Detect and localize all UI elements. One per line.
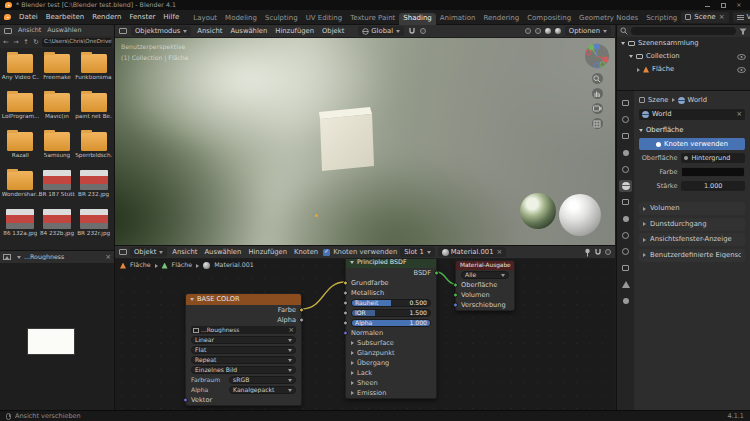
panel-volume[interactable]: Volumen — [639, 202, 745, 215]
bsdf-output-socket[interactable] — [434, 271, 439, 276]
image-editor-icon[interactable] — [3, 254, 11, 260]
snap-magnet-icon[interactable] — [408, 27, 416, 36]
pin-icon[interactable] — [584, 248, 591, 257]
roughness-input-socket[interactable] — [343, 301, 348, 306]
fb-menu-auswaehlen[interactable]: Auswählen — [47, 27, 81, 33]
material-unlink-icon[interactable]: × — [497, 249, 503, 256]
file-item[interactable]: Any Video C... — [2, 51, 39, 90]
ior-slider[interactable]: IOR1.500 — [351, 309, 431, 317]
tab-output[interactable] — [619, 130, 632, 142]
interpolation-dropdown[interactable]: Linear — [191, 336, 296, 344]
colorspace-dropdown[interactable]: sRGB — [229, 376, 296, 384]
file-item[interactable]: BR 232r.jpg — [75, 207, 112, 246]
file-item[interactable]: Wondershar... — [2, 168, 39, 207]
outliner-row-flaeche[interactable]: Fläche — [617, 63, 750, 76]
snap-magnet-icon[interactable] — [594, 248, 602, 257]
tab-render[interactable] — [619, 114, 632, 126]
unlink-image-icon[interactable]: × — [105, 254, 111, 261]
alpha-slider[interactable]: Alpha1.000 — [351, 319, 431, 327]
world-datablock[interactable]: World × — [639, 109, 745, 120]
tab-scene[interactable] — [619, 163, 632, 175]
viewport-canvas[interactable]: Benutzerperspektive (1) Collection | Flä… — [115, 38, 615, 245]
image-name[interactable]: ...Roughness — [24, 254, 102, 260]
projection-dropdown[interactable]: Flat — [191, 346, 296, 354]
target-dropdown[interactable]: Alle — [461, 271, 509, 279]
workspace-tab-animation[interactable]: Animation — [436, 13, 480, 25]
workspace-tab-layout[interactable]: Layout — [189, 13, 221, 25]
metallic-input-socket[interactable] — [343, 291, 348, 296]
surface-input-socket[interactable] — [453, 283, 458, 288]
viewlayer-selector[interactable]: ViewLayer — [733, 12, 750, 23]
file-item[interactable]: 84 232b.jpg — [39, 207, 76, 246]
volume-input-socket[interactable] — [453, 293, 458, 298]
extension-dropdown[interactable]: Repeat — [191, 356, 296, 364]
cube-object[interactable] — [310, 103, 380, 178]
se-menu-auswaehlen[interactable]: Auswählen — [202, 249, 243, 256]
scene-selector[interactable]: Scene × — [681, 12, 728, 23]
alpha-input-socket[interactable] — [343, 321, 348, 326]
base-color-input-socket[interactable] — [343, 281, 348, 286]
search-icon[interactable] — [620, 27, 628, 35]
se-menu-hinzufuegen[interactable]: Hinzufügen — [246, 249, 289, 256]
use-nodes-button[interactable]: Knoten verwenden — [639, 138, 745, 150]
workspace-tab-scripting[interactable]: Scripting — [642, 13, 681, 25]
workspace-tab-compositing[interactable]: Compositing — [523, 13, 575, 25]
image-texture-node[interactable]: BASE COLOR Farbe Alpha ...Roughness × Li… — [185, 293, 302, 406]
workspace-tab-geometry-nodes[interactable]: Geometry Nodes — [575, 13, 642, 25]
zoom-gizmo-icon[interactable] — [592, 73, 603, 84]
menu-rendern[interactable]: Rendern — [88, 12, 125, 23]
shading-solid-icon[interactable] — [535, 28, 541, 34]
workspace-tab-rendering[interactable]: Rendering — [479, 13, 523, 25]
mode-selector[interactable]: Objektmodus — [131, 26, 191, 36]
expand-icon[interactable] — [637, 68, 640, 72]
tab-tool[interactable] — [619, 97, 632, 109]
overlays-toggle-icon[interactable] — [605, 249, 611, 255]
breadcrumb-scene[interactable]: Szene — [648, 97, 669, 104]
file-item[interactable]: LolProgram... — [2, 90, 39, 129]
panel-viewport-display[interactable]: Ansichtsfenster-Anzeige — [639, 233, 745, 246]
workspace-tab-modeling[interactable]: Modeling — [221, 13, 261, 25]
alpha-mode-dropdown[interactable]: Kanalgepackt — [229, 386, 296, 394]
file-item[interactable]: BR 187 Stütt... — [39, 168, 76, 207]
tab-material[interactable] — [619, 295, 632, 307]
workspace-tab-sculpting[interactable]: Sculpting — [261, 13, 302, 25]
tab-world[interactable] — [619, 180, 632, 192]
collapse-icon[interactable] — [350, 261, 354, 264]
fb-menu-ansicht[interactable]: Ansicht — [18, 27, 41, 33]
file-item[interactable]: Mavic(in — [39, 90, 76, 129]
expand-icon[interactable] — [621, 42, 625, 45]
displacement-input-socket[interactable] — [453, 303, 458, 308]
expand-icon[interactable] — [629, 55, 633, 58]
blender-menu-logo-icon[interactable] — [4, 14, 11, 20]
minimize-button[interactable] — [701, 3, 713, 7]
section-emission[interactable]: Emission — [346, 388, 436, 398]
collapse-icon[interactable] — [190, 298, 194, 301]
pan-hand-gizmo-icon[interactable] — [592, 88, 603, 99]
nav-forward-icon[interactable]: → — [12, 39, 20, 46]
file-item[interactable]: Samsung — [39, 129, 76, 168]
file-item[interactable]: Sperrbildsch... — [75, 129, 112, 168]
section-transmission[interactable]: Übergang — [346, 358, 436, 368]
options-dropdown[interactable]: Optionen — [565, 26, 611, 36]
use-nodes-checkbox[interactable]: ✓ — [323, 249, 330, 256]
file-item[interactable]: 86 132a.jpg — [2, 207, 39, 246]
roughness-image[interactable] — [28, 329, 74, 354]
filter-funnel-icon[interactable] — [739, 28, 747, 35]
tab-object[interactable] — [619, 196, 632, 208]
maximize-button[interactable] — [717, 3, 729, 8]
tab-particles[interactable] — [619, 229, 632, 241]
vector-input-socket[interactable] — [183, 398, 188, 403]
material-output-node[interactable]: Material-Ausgabe Alle Oberfläche Volumen… — [455, 260, 515, 311]
shading-material-icon[interactable] — [545, 28, 551, 34]
node-header[interactable]: Principled BSDF — [346, 259, 436, 268]
alpha-output-socket[interactable] — [299, 318, 304, 323]
breadcrumb-material[interactable]: Material.001 — [214, 262, 254, 268]
strength-slider[interactable]: 1.000 — [681, 181, 745, 191]
nav-refresh-icon[interactable]: ↻ — [32, 39, 40, 46]
surface-panel-header[interactable]: Oberfläche — [639, 124, 745, 136]
node-canvas[interactable]: Fläche Fläche Material.001 BASE COLOR Fa… — [115, 259, 615, 410]
file-browser-editor-icon[interactable] — [4, 28, 12, 34]
camera-view-gizmo-icon[interactable] — [592, 103, 603, 114]
workspace-tab-shading[interactable]: Shading — [399, 13, 435, 25]
vp-menu-ansicht[interactable]: Ansicht — [195, 28, 224, 35]
